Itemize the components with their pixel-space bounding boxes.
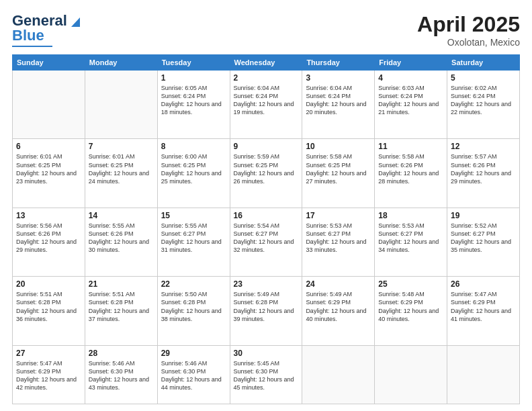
day-number: 7: [89, 142, 154, 151]
calendar-cell: [375, 345, 447, 404]
day-info: Sunrise: 5:55 AM Sunset: 6:27 PM Dayligh…: [161, 222, 226, 255]
calendar-cell: [302, 345, 375, 404]
calendar-cell: 19Sunrise: 5:52 AM Sunset: 6:27 PM Dayli…: [447, 208, 520, 276]
day-number: 1: [161, 73, 226, 83]
calendar-cell: 24Sunrise: 5:49 AM Sunset: 6:29 PM Dayli…: [302, 277, 375, 345]
weekday-header-row: Sunday Monday Tuesday Wednesday Thursday…: [13, 55, 520, 71]
header-thursday: Thursday: [302, 55, 375, 71]
calendar-cell: 10Sunrise: 5:58 AM Sunset: 6:25 PM Dayli…: [302, 139, 375, 208]
logo-blue: Blue: [12, 27, 44, 44]
calendar-cell: 17Sunrise: 5:53 AM Sunset: 6:27 PM Dayli…: [302, 208, 375, 276]
day-info: Sunrise: 5:58 AM Sunset: 6:26 PM Dayligh…: [378, 152, 443, 185]
header-sunday: Sunday: [13, 55, 85, 71]
title-block: April 2025 Oxolotan, Mexico: [417, 12, 520, 48]
day-number: 3: [306, 73, 371, 83]
header-wednesday: Wednesday: [230, 55, 302, 71]
day-info: Sunrise: 5:52 AM Sunset: 6:27 PM Dayligh…: [451, 222, 516, 255]
day-number: 27: [16, 349, 81, 358]
day-number: 12: [451, 142, 516, 151]
day-info: Sunrise: 6:01 AM Sunset: 6:25 PM Dayligh…: [89, 152, 154, 185]
calendar-cell: 8Sunrise: 6:00 AM Sunset: 6:25 PM Daylig…: [157, 139, 230, 208]
day-number: 9: [234, 142, 299, 151]
day-info: Sunrise: 6:02 AM Sunset: 6:24 PM Dayligh…: [451, 84, 516, 117]
day-info: Sunrise: 5:54 AM Sunset: 6:27 PM Dayligh…: [234, 222, 299, 255]
calendar-cell: 21Sunrise: 5:51 AM Sunset: 6:28 PM Dayli…: [85, 277, 157, 345]
calendar-table: Sunday Monday Tuesday Wednesday Thursday…: [12, 54, 520, 404]
day-info: Sunrise: 5:55 AM Sunset: 6:26 PM Dayligh…: [89, 222, 154, 255]
day-number: 20: [16, 279, 81, 289]
logo-underline: [12, 46, 52, 47]
header-tuesday: Tuesday: [157, 55, 230, 71]
day-info: Sunrise: 5:48 AM Sunset: 6:29 PM Dayligh…: [378, 290, 443, 323]
calendar-cell: 9Sunrise: 5:59 AM Sunset: 6:25 PM Daylig…: [230, 139, 302, 208]
calendar-cell: [85, 71, 157, 139]
day-number: 18: [378, 211, 443, 220]
calendar-cell: [13, 71, 85, 139]
day-info: Sunrise: 5:51 AM Sunset: 6:28 PM Dayligh…: [89, 290, 154, 323]
day-info: Sunrise: 5:53 AM Sunset: 6:27 PM Dayligh…: [306, 222, 371, 255]
day-info: Sunrise: 6:05 AM Sunset: 6:24 PM Dayligh…: [161, 84, 226, 117]
day-info: Sunrise: 6:04 AM Sunset: 6:24 PM Dayligh…: [306, 84, 371, 117]
day-number: 15: [161, 211, 226, 220]
day-info: Sunrise: 6:00 AM Sunset: 6:25 PM Dayligh…: [161, 152, 226, 185]
day-info: Sunrise: 5:45 AM Sunset: 6:30 PM Dayligh…: [234, 359, 299, 392]
day-number: 5: [451, 73, 516, 83]
calendar-cell: 1Sunrise: 6:05 AM Sunset: 6:24 PM Daylig…: [157, 71, 230, 139]
calendar-cell: 27Sunrise: 5:47 AM Sunset: 6:29 PM Dayli…: [13, 345, 85, 404]
day-info: Sunrise: 5:58 AM Sunset: 6:25 PM Dayligh…: [306, 152, 371, 185]
day-number: 4: [378, 73, 443, 83]
calendar-cell: 14Sunrise: 5:55 AM Sunset: 6:26 PM Dayli…: [85, 208, 157, 276]
header-saturday: Saturday: [447, 55, 520, 71]
day-number: 8: [161, 142, 226, 151]
day-number: 17: [306, 211, 371, 220]
calendar-cell: 12Sunrise: 5:57 AM Sunset: 6:26 PM Dayli…: [447, 139, 520, 208]
day-number: 30: [234, 349, 299, 358]
header-monday: Monday: [85, 55, 157, 71]
day-number: 21: [89, 279, 154, 289]
day-info: Sunrise: 5:53 AM Sunset: 6:27 PM Dayligh…: [378, 222, 443, 255]
day-number: 19: [451, 211, 516, 220]
header: General Blue April 2025 Oxolotan, Mexico: [12, 12, 520, 48]
day-number: 26: [451, 279, 516, 289]
day-info: Sunrise: 6:04 AM Sunset: 6:24 PM Dayligh…: [234, 84, 299, 117]
day-number: 23: [234, 279, 299, 289]
day-info: Sunrise: 5:49 AM Sunset: 6:29 PM Dayligh…: [306, 290, 371, 323]
day-info: Sunrise: 5:47 AM Sunset: 6:29 PM Dayligh…: [16, 359, 81, 392]
calendar-cell: 25Sunrise: 5:48 AM Sunset: 6:29 PM Dayli…: [375, 277, 447, 345]
svg-marker-0: [71, 17, 80, 27]
calendar-cell: 7Sunrise: 6:01 AM Sunset: 6:25 PM Daylig…: [85, 139, 157, 208]
calendar-cell: 13Sunrise: 5:56 AM Sunset: 6:26 PM Dayli…: [13, 208, 85, 276]
day-number: 14: [89, 211, 154, 220]
calendar-cell: 16Sunrise: 5:54 AM Sunset: 6:27 PM Dayli…: [230, 208, 302, 276]
day-info: Sunrise: 6:01 AM Sunset: 6:25 PM Dayligh…: [16, 152, 81, 185]
header-friday: Friday: [375, 55, 447, 71]
day-number: 24: [306, 279, 371, 289]
day-info: Sunrise: 5:57 AM Sunset: 6:26 PM Dayligh…: [451, 152, 516, 185]
logo-icon: [68, 15, 80, 27]
calendar-cell: [447, 345, 520, 404]
day-number: 29: [161, 349, 226, 358]
day-number: 28: [89, 349, 154, 358]
calendar-cell: 5Sunrise: 6:02 AM Sunset: 6:24 PM Daylig…: [447, 71, 520, 139]
day-number: 10: [306, 142, 371, 151]
day-number: 11: [378, 142, 443, 151]
calendar-cell: 11Sunrise: 5:58 AM Sunset: 6:26 PM Dayli…: [375, 139, 447, 208]
calendar-cell: 26Sunrise: 5:47 AM Sunset: 6:29 PM Dayli…: [447, 277, 520, 345]
calendar-cell: 28Sunrise: 5:46 AM Sunset: 6:30 PM Dayli…: [85, 345, 157, 404]
day-info: Sunrise: 5:49 AM Sunset: 6:28 PM Dayligh…: [234, 290, 299, 323]
calendar-cell: 4Sunrise: 6:03 AM Sunset: 6:24 PM Daylig…: [375, 71, 447, 139]
day-info: Sunrise: 5:47 AM Sunset: 6:29 PM Dayligh…: [451, 290, 516, 323]
day-info: Sunrise: 5:59 AM Sunset: 6:25 PM Dayligh…: [234, 152, 299, 185]
calendar-subtitle: Oxolotan, Mexico: [417, 37, 520, 48]
calendar-cell: 18Sunrise: 5:53 AM Sunset: 6:27 PM Dayli…: [375, 208, 447, 276]
day-info: Sunrise: 6:03 AM Sunset: 6:24 PM Dayligh…: [378, 84, 443, 117]
calendar-cell: 15Sunrise: 5:55 AM Sunset: 6:27 PM Dayli…: [157, 208, 230, 276]
day-info: Sunrise: 5:51 AM Sunset: 6:28 PM Dayligh…: [16, 290, 81, 323]
day-info: Sunrise: 5:46 AM Sunset: 6:30 PM Dayligh…: [89, 359, 154, 392]
day-number: 13: [16, 211, 81, 220]
day-number: 25: [378, 279, 443, 289]
calendar-title: April 2025: [417, 12, 520, 37]
calendar-cell: 3Sunrise: 6:04 AM Sunset: 6:24 PM Daylig…: [302, 71, 375, 139]
calendar-cell: 29Sunrise: 5:46 AM Sunset: 6:30 PM Dayli…: [157, 345, 230, 404]
calendar-cell: 2Sunrise: 6:04 AM Sunset: 6:24 PM Daylig…: [230, 71, 302, 139]
